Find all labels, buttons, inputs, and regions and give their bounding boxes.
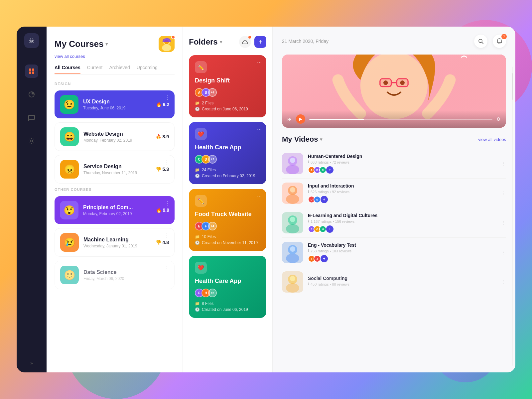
folder-files-healthcare-green: 8 Files	[202, 301, 213, 306]
folder-menu-design-shift[interactable]: ⋯	[257, 60, 262, 65]
video-add-member-btn-vt[interactable]: +	[321, 255, 328, 262]
courses-title: My Courses ▾	[55, 39, 108, 49]
video-progress-fill	[309, 119, 364, 120]
svg-point-27	[290, 187, 295, 193]
course-card-service-design[interactable]: 😠 Service Design Thursday, November 11, …	[55, 155, 175, 184]
sidebar: ☠ »	[17, 27, 47, 372]
video-add-member-btn-ii[interactable]: +	[321, 196, 328, 203]
sidebar-icon-chart[interactable]	[25, 88, 38, 101]
video-stats-human-centered: ℹ 663 ratings • 72 reviews	[308, 160, 497, 164]
video-name-human-centered: Human-Centered Design	[308, 154, 497, 159]
svg-point-5	[31, 140, 33, 142]
folder-name-healthcare-green: Health Care App	[195, 278, 260, 285]
svg-rect-18	[397, 79, 408, 87]
course-card-principles[interactable]: 😲 Principles of Com... Monday, February …	[55, 196, 175, 224]
video-thumb-vocab-test	[282, 242, 303, 263]
tab-current[interactable]: Current	[87, 65, 103, 74]
course-card-partial[interactable]: 🙂 Data Science Friday, March 06, 2020 ⋮	[55, 261, 175, 289]
course-emoji-machine-learning: 😢	[60, 233, 79, 252]
search-btn[interactable]	[474, 35, 487, 48]
video-item-menu-el[interactable]: ⋮	[501, 220, 506, 225]
svg-rect-0	[29, 68, 31, 71]
video-thumb-human-centered	[282, 153, 303, 174]
folder-created-design-shift: Created on June 06, 2019	[202, 107, 248, 111]
courses-title-chevron[interactable]: ▾	[105, 41, 108, 47]
notification-btn[interactable]: 7	[493, 35, 506, 48]
courses-panel: My Courses ▾ view all co	[47, 27, 183, 372]
video-add-member-btn-el[interactable]: +	[326, 225, 333, 233]
course-name-principles: Principles of Com...	[83, 204, 156, 210]
folder-menu-healthcare-green[interactable]: ⋯	[257, 260, 262, 266]
folder-card-healthcare-green[interactable]: ❤️ ⋯ Health Care App G H +2 📁 8 Files 🕐 …	[189, 256, 266, 318]
folder-files-food-truck: 10 Files	[202, 234, 216, 239]
video-item-menu-vt[interactable]: ⋮	[501, 250, 506, 255]
course-card-website-design[interactable]: 😄 Website Design Monday, February 02, 20…	[55, 122, 175, 151]
sidebar-icon-chat[interactable]	[25, 111, 38, 124]
sidebar-icon-settings[interactable]	[25, 134, 38, 148]
folder-avatars-food-truck: E F +4	[195, 222, 260, 230]
add-folder-btn[interactable]: +	[254, 36, 266, 48]
course-date-machine-learning: Wednesday, January 01, 2019	[83, 244, 156, 248]
folders-chevron[interactable]: ▾	[220, 39, 222, 45]
view-all-videos-link[interactable]: view all videos	[478, 137, 506, 142]
course-name-ux-design: UX Design	[83, 99, 156, 105]
video-item-human-centered[interactable]: Human-Centered Design ℹ 663 ratings • 72…	[282, 149, 506, 179]
sidebar-icon-grid[interactable]	[25, 65, 38, 78]
folder-created-healthcare-green: Created on June 06, 2019	[202, 307, 248, 312]
course-menu-ux-design[interactable]: ⋮	[165, 94, 170, 101]
tab-archieved[interactable]: Archieved	[109, 65, 130, 74]
notification-count: 7	[501, 34, 507, 39]
folders-panel: Folders ▾ + ✏️ ⋯ Design Shift A B	[183, 27, 273, 372]
svg-rect-3	[32, 71, 34, 74]
course-menu-partial[interactable]: ⋮	[164, 265, 170, 271]
avatar-notification-dot	[171, 35, 175, 39]
course-menu-service-design[interactable]: ⋮	[164, 159, 170, 166]
folder-files-healthcare-blue: 24 Files	[202, 168, 216, 172]
folder-files-design-shift: 2 Files	[202, 101, 213, 105]
video-item-menu-ii[interactable]: ⋮	[501, 191, 506, 196]
video-item-vocab-test[interactable]: Eng - Vocabulary Test ℹ 758 ratings • 10…	[282, 238, 506, 267]
view-all-courses-link[interactable]: view all courses	[55, 54, 175, 59]
course-card-machine-learning[interactable]: 😢 Machine Learning Wednesday, January 01…	[55, 228, 175, 257]
design-section-label: DESIGN	[55, 82, 175, 86]
videos-top-bar: 21 March 2020, Friday 7	[282, 35, 506, 48]
video-item-menu-hcd[interactable]: ⋮	[501, 161, 506, 166]
svg-point-23	[290, 158, 295, 163]
folder-card-design-shift[interactable]: ✏️ ⋯ Design Shift A B +4 📁 2 Files 🕐 Cre…	[189, 55, 266, 117]
cloud-sync-btn[interactable]	[239, 36, 251, 48]
folder-card-healthcare-blue[interactable]: ❤️ ⋯ Health Care App C D +2 📁 24 Files 🕐…	[189, 122, 266, 184]
sidebar-expand-btn[interactable]: »	[30, 360, 33, 366]
course-card-ux-design[interactable]: 😉 UX Design Tuesday, June 06, 2019 🔥 9.2…	[55, 90, 175, 118]
video-item-elearning[interactable]: E-Learning and Digital Cultures ℹ 1,167 …	[282, 208, 506, 238]
video-thumb-input-interaction	[282, 183, 303, 204]
tab-upcoming[interactable]: Upcoming	[137, 65, 158, 74]
svg-rect-2	[29, 71, 31, 74]
tab-all-courses[interactable]: All Courses	[55, 65, 80, 74]
video-add-member-btn-hcd[interactable]: +	[326, 166, 333, 174]
video-item-menu-sc[interactable]: ⋮	[501, 279, 506, 285]
course-date-ux-design: Tuesday, June 06, 2019	[83, 106, 156, 110]
folder-icon-healthcare-green: ❤️	[195, 262, 207, 274]
video-stats-vocab-test: ℹ 758 ratings • 103 reviews	[308, 249, 497, 253]
folder-menu-food-truck[interactable]: ⋯	[257, 194, 262, 199]
video-settings-btn[interactable]: ⚙	[496, 116, 501, 122]
video-rewind-btn[interactable]: ⏮	[287, 116, 292, 122]
svg-point-8	[162, 45, 171, 51]
videos-chevron[interactable]: ▾	[320, 137, 322, 142]
video-stats-input-interaction: ℹ 526 ratings • 92 reviews	[308, 190, 497, 194]
folder-menu-healthcare-blue[interactable]: ⋯	[257, 127, 262, 132]
video-progress-bar[interactable]	[309, 119, 492, 120]
course-date-principles: Monday, February 02, 2019	[83, 211, 156, 216]
course-menu-principles[interactable]: ⋮	[165, 200, 170, 206]
video-play-btn[interactable]: ▶	[296, 114, 305, 124]
course-rating-principles: 🔥 9.9	[156, 207, 169, 213]
course-emoji-ux-design: 😉	[60, 95, 78, 114]
video-item-social-computing[interactable]: Social Computing ℹ 450 ratings • 88 revi…	[282, 267, 506, 297]
folder-card-food-truck[interactable]: ✏️ ⋯ Food Truck Website E F +4 📁 10 File…	[189, 189, 266, 251]
course-menu-machine-learning[interactable]: ⋮	[164, 232, 170, 239]
course-menu-website-design[interactable]: ⋮	[164, 127, 170, 133]
svg-point-38	[286, 283, 299, 293]
featured-video-thumbnail[interactable]: ⏮ ▶ ⚙	[282, 55, 506, 128]
folder-created-healthcare-blue: Created on February 02, 2019	[202, 174, 255, 178]
video-item-input-interaction[interactable]: Input and Interaction ℹ 526 ratings • 92…	[282, 179, 506, 208]
